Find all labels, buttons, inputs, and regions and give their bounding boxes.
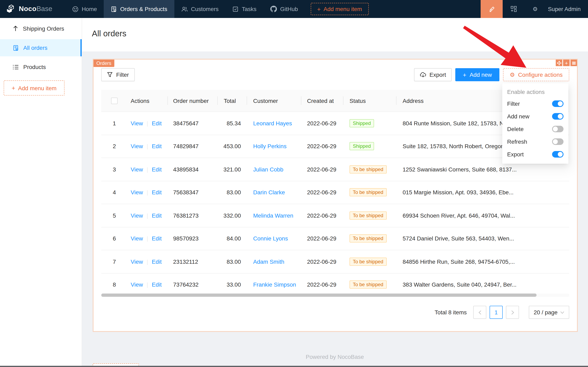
row-index: 5 (101, 212, 127, 219)
view-link[interactable]: View (131, 282, 143, 288)
edit-link[interactable]: Edit (152, 235, 161, 242)
page-size-select[interactable]: 20 / page (529, 306, 569, 319)
dropdown-item-filter[interactable]: Filter (502, 97, 568, 110)
view-link[interactable]: View (131, 259, 143, 265)
customer-link[interactable]: Julian Cobb (253, 166, 283, 173)
view-link[interactable]: View (131, 235, 143, 242)
chevron-right-icon (511, 310, 514, 315)
actions-divider: | (147, 259, 148, 265)
cell-status: To be shipped (343, 234, 396, 243)
dropdown-item-refresh[interactable]: Refresh (502, 135, 568, 148)
ui-editor-button[interactable] (481, 0, 503, 18)
customer-link[interactable]: Connie Lyons (253, 235, 288, 242)
select-all-checkbox[interactable] (111, 97, 118, 104)
view-link[interactable]: View (131, 143, 143, 150)
table-toolbar: Filter Export + Add new (101, 68, 569, 81)
sidebar-item-shipping-orders[interactable]: Shipping Orders (0, 20, 82, 37)
export-toggle[interactable] (552, 151, 563, 157)
filter-button[interactable]: Filter (101, 68, 135, 81)
filter-toggle[interactable] (552, 100, 563, 107)
nocobase-logo[interactable]: NocoBase (0, 0, 58, 18)
block-menu-button[interactable] (571, 60, 577, 66)
sidebar-item-products[interactable]: Products (0, 58, 82, 75)
dropdown-item-delete[interactable]: Delete (502, 123, 568, 135)
nav-item-home[interactable]: Home (65, 0, 104, 18)
edit-link[interactable]: Edit (152, 166, 161, 173)
settings-button[interactable]: ⚙ (525, 0, 546, 18)
cell-customer: Darin Clarke (247, 189, 301, 196)
horizontal-scrollbar-thumb[interactable] (101, 293, 537, 297)
nav-item-tasks[interactable]: Tasks (226, 0, 264, 18)
table-row: 5 View|Edit 76381273 332.00 Melinda Warr… (101, 204, 569, 227)
view-link[interactable]: View (131, 212, 143, 219)
block-add-button[interactable]: + (563, 60, 570, 66)
cell-status: To be shipped (343, 188, 396, 197)
cell-address: 015 Margie Mission, Apt. 093, 34936, Ebe… (396, 189, 569, 196)
view-link[interactable]: View (131, 189, 143, 196)
pagination-total: Total 8 items (435, 309, 467, 316)
cell-order-number: 98570923 (168, 235, 217, 242)
plus-icon: + (317, 6, 321, 12)
actions-divider: | (147, 166, 148, 173)
configure-actions-button[interactable]: ⚙ Configure actions (503, 68, 569, 81)
refresh-toggle[interactable] (552, 138, 563, 145)
nav-item-label: Home (82, 6, 97, 12)
actions-divider: | (147, 212, 148, 219)
arrow-up-icon (13, 26, 18, 32)
customer-link[interactable]: Melinda Warren (253, 212, 293, 219)
pagination-page-1[interactable]: 1 (490, 306, 503, 319)
export-button[interactable]: Export (414, 68, 452, 81)
edit-link[interactable]: Edit (152, 120, 161, 126)
plus-icon: + (12, 84, 15, 92)
customer-link[interactable]: Leonard Hayes (253, 120, 292, 126)
dropdown-item-label: Filter (507, 100, 520, 107)
cell-customer: Julian Cobb (247, 166, 301, 173)
view-link[interactable]: View (131, 120, 143, 126)
add-new-toggle[interactable] (552, 113, 563, 119)
dropdown-item-add-new[interactable]: Add new (502, 110, 568, 123)
navbar-right: ⚙ Super Admin (481, 0, 588, 18)
pagination-prev-button[interactable] (473, 306, 486, 319)
nav-item-github[interactable]: GitHub (263, 0, 305, 18)
drag-handle[interactable] (556, 60, 562, 66)
logo-text-secondary: Base (37, 5, 52, 13)
cell-created-at: 2022-06-29 (301, 120, 343, 126)
pagination-next-button[interactable] (506, 306, 519, 319)
edit-link[interactable]: Edit (152, 212, 161, 219)
nav-add-menu-item-label: Add menu item (324, 6, 362, 12)
actions-divider: | (147, 235, 148, 242)
customer-link[interactable]: Adam Smith (253, 259, 284, 265)
dropdown-item-export[interactable]: Export (502, 148, 568, 160)
edit-link[interactable]: Edit (152, 259, 161, 265)
customer-link[interactable]: Darin Clarke (253, 189, 285, 196)
sidebar-item-all-orders[interactable]: All orders (0, 39, 82, 56)
cell-status: To be shipped (343, 258, 396, 266)
nav-item-customers[interactable]: Customers (174, 0, 225, 18)
cell-status: Shipped (343, 119, 396, 127)
sidebar: Shipping Orders All orders Products + Ad… (0, 18, 82, 367)
app: NocoBase Home Orders & Products (0, 0, 588, 367)
nav-item-orders-products[interactable]: Orders & Products (104, 0, 174, 18)
delete-toggle[interactable] (552, 125, 563, 132)
row-actions: View|Edit (127, 235, 168, 242)
view-link[interactable]: View (131, 166, 143, 173)
actions-divider: | (147, 143, 148, 150)
nav-add-menu-item-button[interactable]: + Add menu item (311, 3, 369, 15)
table-row: 6 View|Edit 98570923 84.00 Connie Lyons … (101, 227, 569, 250)
toolbar-right: Export + Add new ⚙ Configure actions (414, 68, 569, 81)
edit-link[interactable]: Edit (152, 282, 161, 288)
cell-created-at: 2022-06-29 (301, 282, 343, 288)
user-menu[interactable]: Super Admin (546, 6, 588, 12)
nav-item-label: GitHub (280, 6, 298, 12)
pagination: Total 8 items 1 20 / page (435, 306, 569, 319)
nav-item-label: Orders & Products (120, 6, 167, 12)
cell-status: To be shipped (343, 281, 396, 289)
edit-link[interactable]: Edit (152, 143, 161, 150)
customer-link[interactable]: Holly Perkins (253, 143, 286, 150)
horizontal-scrollbar-track (101, 293, 569, 297)
edit-link[interactable]: Edit (152, 189, 161, 196)
customer-link[interactable]: Frankie Simpson (253, 282, 296, 288)
sidebar-add-menu-item-button[interactable]: + Add menu item (4, 80, 65, 96)
plugins-button[interactable] (503, 0, 525, 18)
add-new-button[interactable]: + Add new (455, 68, 499, 81)
